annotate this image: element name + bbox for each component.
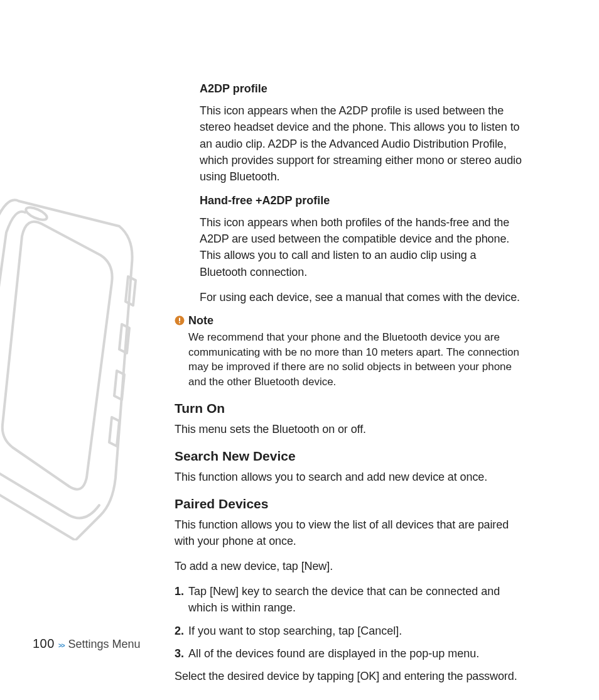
footer-section-title: Settings Menu xyxy=(68,638,141,651)
step-3-text: All of the devices found are displayed i… xyxy=(188,645,479,662)
handfree-body-2: For using each device, see a manual that… xyxy=(200,289,526,305)
content-column: A2DP profile This icon appears when the … xyxy=(175,82,526,693)
turn-on-heading: Turn On xyxy=(175,401,526,416)
handfree-heading: Hand-free +A2DP profile xyxy=(200,194,526,208)
a2dp-section: A2DP profile This icon appears when the … xyxy=(200,82,526,305)
chevrons-icon: >> xyxy=(58,642,65,649)
page-number: 100 xyxy=(33,637,55,651)
svg-rect-2 xyxy=(179,318,180,322)
search-new-device-heading: Search New Device xyxy=(175,449,526,464)
a2dp-body: This icon appears when the A2DP profile … xyxy=(200,102,526,184)
turn-on-body: This menu sets the Bluetooth on or off. xyxy=(175,421,526,437)
a2dp-heading: A2DP profile xyxy=(200,82,526,96)
paired-devices-body-3: Select the desired device by tapping [OK… xyxy=(175,668,526,684)
note-body: We recommend that your phone and the Blu… xyxy=(175,330,524,390)
note-header: Note xyxy=(175,314,526,327)
svg-rect-3 xyxy=(179,322,180,324)
step-2-text: If you want to stop searching, tap [Canc… xyxy=(188,623,402,639)
step-1-text: Tap [New] key to search the device that … xyxy=(188,583,526,616)
note-alert-icon xyxy=(175,315,185,325)
step-2-number: 2. xyxy=(175,623,186,639)
manual-page: A2DP profile This icon appears when the … xyxy=(0,0,599,700)
page-footer: 100 >> Settings Menu xyxy=(33,637,141,651)
step-2: 2. If you want to stop searching, tap [C… xyxy=(175,623,526,639)
handfree-body-1: This icon appears when both profiles of … xyxy=(200,214,526,280)
step-3: 3. All of the devices found are displaye… xyxy=(175,645,526,662)
search-new-device-body: This function allows you to search and a… xyxy=(175,469,526,485)
paired-devices-heading: Paired Devices xyxy=(175,496,526,511)
step-1: 1. Tap [New] key to search the device th… xyxy=(175,583,526,616)
note-title: Note xyxy=(188,314,213,327)
paired-devices-body-1: This function allows you to view the lis… xyxy=(175,517,526,549)
step-3-number: 3. xyxy=(175,645,186,662)
note-block: Note We recommend that your phone and th… xyxy=(175,314,526,390)
step-1-number: 1. xyxy=(175,583,186,616)
phone-outline-illustration xyxy=(0,189,163,540)
paired-devices-body-2: To add a new device, tap [New]. xyxy=(175,558,526,574)
